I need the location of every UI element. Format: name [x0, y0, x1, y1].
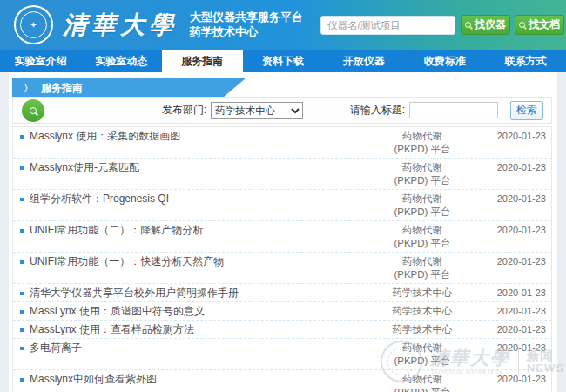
magnifier-icon: [30, 107, 37, 114]
department-cell: 药物代谢 (PKPD) 平台: [363, 223, 482, 250]
magnifier-icon: [465, 22, 471, 28]
department-line2: (PKPD) 平台: [363, 355, 482, 368]
date-cell: 2020-01-23: [482, 254, 546, 268]
department-line1: 药物代谢: [363, 130, 482, 143]
article-title-link[interactable]: 清华大学仪器共享平台校外用户简明操作手册: [30, 286, 363, 299]
nav-item-6[interactable]: 联系方式: [485, 50, 566, 72]
department-line1: 药学技术中心: [363, 305, 482, 318]
department-line1: 药学技术中心: [363, 323, 482, 336]
list-item: 组学分析软件：Progenesis QI 药物代谢 (PKPD) 平台 2020…: [13, 190, 551, 221]
platform-line1: 大型仪器共享服务平台: [190, 10, 303, 24]
department-line1: 药学技术中心: [363, 287, 482, 300]
university-name: 清華大學: [63, 9, 178, 42]
find-document-button[interactable]: 找文档: [515, 15, 564, 35]
date-cell: 2020-01-23: [482, 322, 546, 336]
department-cell: 药学技术中心: [363, 286, 482, 300]
department-cell: 药物代谢 (PKPD) 平台: [363, 341, 482, 368]
content-area: 〉服务指南 发布部门: 药学技术中心 请输入标题: 检索 Masslynx 使用…: [9, 72, 557, 392]
article-title-link[interactable]: Masslynx使用-元素匹配: [30, 160, 363, 173]
magnifier-icon: [519, 22, 525, 28]
list-item: UNIFI常用功能（一）：快速分析天然产物 药物代谢 (PKPD) 平台 202…: [13, 253, 551, 284]
list-item: Masslynx 使用：采集的数据画图 药物代谢 (PKPD) 平台 2020-…: [13, 127, 551, 159]
list-item: MassLynx 使用：查看样品检测方法 药学技术中心 2020-01-23: [13, 321, 551, 339]
article-title-link[interactable]: Masslynx 使用：采集的数据画图: [30, 129, 363, 142]
department-line2: (PKPD) 平台: [363, 143, 482, 156]
date-cell: 2020-01-23: [482, 223, 546, 237]
date-cell: 2020-01-23: [482, 341, 546, 355]
site-header: ✦ 清華大學 大型仪器共享服务平台 药学技术中心 找仪器 找文档: [0, 0, 566, 50]
bullet-icon: [20, 310, 24, 314]
article-title-link[interactable]: Masslynx中如何查看紫外图: [30, 372, 363, 385]
bullet-icon: [20, 166, 24, 170]
date-cell: 2020-01-23: [482, 304, 546, 318]
tsinghua-seal-logo: ✦: [14, 5, 53, 44]
list-item: MassLynx 使用：质谱图中符号的意义 药学技术中心 2020-01-23: [13, 302, 551, 321]
department-line1: 药物代谢: [363, 224, 482, 237]
department-cell: 药物代谢 (PKPD) 平台: [363, 192, 482, 219]
department-cell: 药物代谢 (PKPD) 平台: [363, 372, 482, 392]
article-title-link[interactable]: MassLynx 使用：查看样品检测方法: [30, 322, 363, 335]
list-item: 多电荷离子 药物代谢 (PKPD) 平台 2020-01-23: [13, 339, 551, 370]
department-label: 发布部门:: [162, 103, 206, 118]
department-cell: 药物代谢 (PKPD) 平台: [363, 160, 482, 187]
department-line1: 药物代谢: [363, 161, 482, 174]
page: ✦ 清華大學 大型仪器共享服务平台 药学技术中心 找仪器 找文档 实验室介绍实验…: [0, 0, 566, 392]
department-line1: 药物代谢: [363, 373, 482, 386]
date-cell: 2020-01-23: [482, 286, 546, 300]
platform-title: 大型仪器共享服务平台 药学技术中心: [190, 10, 303, 39]
department-line1: 药物代谢: [363, 255, 482, 268]
department-line1: 药物代谢: [363, 193, 482, 206]
title-label: 请输入标题:: [350, 103, 405, 118]
nav-item-0[interactable]: 实验室介绍: [0, 50, 81, 72]
bullet-icon: [20, 198, 24, 201]
find-instrument-button[interactable]: 找仪器: [461, 15, 510, 35]
breadcrumb: 〉服务指南: [12, 78, 246, 98]
article-title-link[interactable]: 组学分析软件：Progenesis QI: [30, 192, 363, 205]
date-cell: 2020-01-23: [482, 129, 546, 143]
article-title-link[interactable]: 多电荷离子: [30, 341, 363, 354]
article-title-link[interactable]: MassLynx 使用：质谱图中符号的意义: [30, 304, 363, 317]
header-search-input[interactable]: [320, 16, 455, 35]
bullet-icon: [20, 328, 24, 332]
bullet-icon: [20, 292, 24, 295]
title-input[interactable]: [409, 102, 498, 118]
nav-item-4[interactable]: 开放仪器: [323, 50, 404, 72]
department-cell: 药物代谢 (PKPD) 平台: [363, 129, 482, 156]
breadcrumb-label: 服务指南: [41, 82, 83, 94]
department-line2: (PKPD) 平台: [363, 386, 482, 392]
department-line2: (PKPD) 平台: [363, 174, 482, 187]
bullet-icon: [20, 229, 24, 233]
date-cell: 2020-01-23: [482, 372, 546, 386]
bullet-icon: [20, 260, 24, 264]
department-line1: 药物代谢: [363, 341, 482, 355]
list-item: Masslynx使用-元素匹配 药物代谢 (PKPD) 平台 2020-01-2…: [13, 159, 551, 190]
search-circle-button[interactable]: [22, 99, 44, 122]
article-title-link[interactable]: UNIFI常用功能（二）：降解产物分析: [30, 223, 363, 236]
article-title-link[interactable]: UNIFI常用功能（一）：快速分析天然产物: [30, 254, 363, 267]
bullet-icon: [20, 135, 24, 139]
department-filter: 发布部门: 药学技术中心: [162, 102, 303, 119]
main-nav: 实验室介绍实验室动态服务指南资料下载开放仪器收费标准联系方式: [0, 50, 566, 72]
list-item: Masslynx中如何查看紫外图 药物代谢 (PKPD) 平台 2020-01-…: [13, 370, 551, 392]
bullet-icon: [20, 347, 24, 350]
department-line2: (PKPD) 平台: [363, 268, 482, 281]
nav-item-5[interactable]: 收费标准: [404, 50, 485, 72]
list-item: UNIFI常用功能（二）：降解产物分析 药物代谢 (PKPD) 平台 2020-…: [13, 221, 551, 253]
filter-bar: 发布部门: 药学技术中心 请输入标题: 检索: [12, 97, 552, 124]
find-document-label: 找文档: [529, 17, 560, 32]
department-cell: 药学技术中心: [363, 304, 482, 318]
date-cell: 2020-01-23: [482, 192, 546, 206]
find-instrument-label: 找仪器: [475, 17, 506, 32]
department-select[interactable]: 药学技术中心: [211, 102, 303, 119]
list-item: 清华大学仪器共享平台校外用户简明操作手册 药学技术中心 2020-01-23: [13, 284, 551, 302]
nav-item-1[interactable]: 实验室动态: [81, 50, 162, 72]
department-line2: (PKPD) 平台: [363, 237, 482, 250]
bullet-icon: [20, 378, 24, 382]
date-cell: 2020-01-23: [482, 160, 546, 174]
nav-item-3[interactable]: 资料下载: [243, 50, 324, 72]
news-list: Masslynx 使用：采集的数据画图 药物代谢 (PKPD) 平台 2020-…: [12, 126, 552, 392]
nav-item-2[interactable]: 服务指南: [162, 50, 243, 72]
seal-inner-icon: ✦: [20, 11, 47, 38]
platform-line2: 药学技术中心: [190, 24, 303, 39]
retrieve-button[interactable]: 检索: [510, 101, 543, 120]
